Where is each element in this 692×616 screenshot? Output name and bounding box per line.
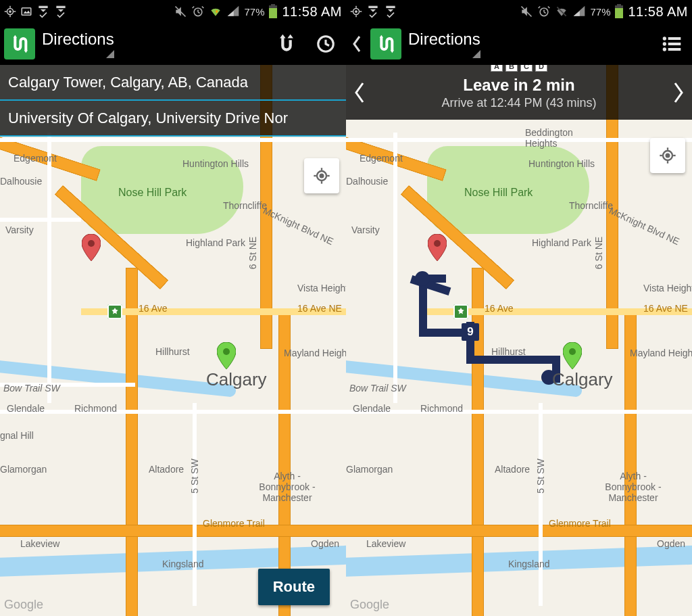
- download-done-icon: [36, 5, 50, 18]
- highway-shield-icon: [453, 304, 468, 319]
- neighborhood-label: Highland Park: [532, 237, 591, 248]
- route-option-tab[interactable]: D: [535, 65, 547, 72]
- road-label: 5 St SW: [535, 458, 546, 493]
- neighborhood-label: Altadore: [149, 464, 184, 475]
- svg-point-1: [9, 11, 11, 12]
- svg-point-33: [355, 11, 357, 12]
- app-bar: Directions: [0, 23, 346, 65]
- app-title: Directions: [42, 30, 114, 49]
- city-label: Calgary: [206, 369, 267, 390]
- route-option-tab[interactable]: A: [491, 65, 503, 72]
- neighborhood-label: Thorncliffe: [569, 200, 613, 211]
- svg-marker-51: [391, 50, 394, 53]
- road-label: Glenmore Trail: [203, 518, 265, 529]
- neighborhood-label: Kingsland: [508, 559, 550, 569]
- road-label: 5 St SW: [189, 458, 200, 493]
- road-label: McKnight Blvd NE: [262, 205, 335, 247]
- battery-icon: [268, 4, 278, 19]
- neighborhood-label: Ogden: [311, 538, 339, 549]
- svg-rect-18: [269, 8, 277, 18]
- map-canvas[interactable]: Nose Hill Park Edgemont Dalhousie Varsit…: [0, 65, 346, 616]
- app-bar: Directions: [346, 23, 692, 65]
- eta-panel: A B C D Leave in 2 min Arrive at 12:44 P…: [346, 65, 692, 120]
- neighborhood-label: Vista Heights: [297, 283, 346, 293]
- battery-percentage: 77%: [244, 6, 264, 18]
- neighborhood-label: Mayland Heights: [630, 348, 692, 358]
- svg-rect-48: [617, 4, 621, 5]
- road-label: 16 Ave NE: [297, 303, 342, 314]
- wifi-off-icon: [555, 5, 568, 18]
- alarm-icon: [191, 5, 205, 18]
- city-label: Calgary: [552, 369, 613, 390]
- destination-pin-icon[interactable]: [82, 234, 101, 261]
- route-option-tab[interactable]: C: [520, 65, 533, 72]
- svg-marker-50: [380, 35, 383, 38]
- route-number-badge: 9: [462, 323, 479, 341]
- svg-line-12: [193, 7, 195, 9]
- neighborhood-label: Dalhousie: [0, 176, 42, 187]
- route-option-tab[interactable]: B: [505, 65, 518, 72]
- svg-line-13: [202, 7, 204, 9]
- neighborhood-label: Lakeview: [20, 538, 59, 549]
- app-title-dropdown[interactable]: Directions: [408, 30, 480, 58]
- destination-input[interactable]: University Of Calgary, University Drive …: [0, 101, 346, 137]
- route-stop-icon: [415, 271, 430, 286]
- destination-pin-icon[interactable]: [428, 234, 447, 261]
- dropdown-triangle-icon: [106, 50, 114, 58]
- my-location-button[interactable]: [650, 138, 685, 173]
- svg-marker-20: [24, 50, 28, 53]
- neighborhood-label: Huntington Hills: [182, 158, 249, 169]
- road: [126, 268, 138, 616]
- origin-pin-icon[interactable]: [217, 342, 236, 369]
- road: [193, 403, 197, 606]
- my-location-button[interactable]: [304, 158, 339, 193]
- wifi-icon: [209, 5, 222, 18]
- signal-icon: [226, 5, 240, 18]
- swap-directions-button[interactable]: [270, 28, 303, 60]
- park-label: Nose Hill Park: [118, 187, 187, 199]
- svg-point-24: [88, 240, 95, 247]
- list-button[interactable]: [656, 28, 688, 60]
- app-logo-icon[interactable]: [370, 28, 401, 60]
- location-crosshair-icon: [4, 5, 16, 18]
- road-label: Bow Trail SW: [3, 383, 60, 394]
- neighborhood-label: Edgemont: [360, 153, 403, 164]
- history-button[interactable]: [310, 28, 342, 60]
- svg-point-54: [663, 42, 666, 45]
- route-button[interactable]: Route: [258, 569, 330, 605]
- app-logo-icon[interactable]: [4, 28, 35, 60]
- neighborhood-label: Alyth - Bonnybrook - Manchester: [596, 471, 670, 503]
- arrive-time-text: Arrive at 12:44 PM (43 mins): [373, 96, 665, 110]
- battery-icon: [614, 4, 624, 19]
- next-route-button[interactable]: [665, 72, 692, 113]
- alarm-icon: [537, 5, 551, 18]
- road: [0, 410, 346, 414]
- status-bar: 77% 11:58 AM: [346, 0, 692, 23]
- origin-input[interactable]: Calgary Tower, Calgary, AB, Canada: [0, 65, 346, 101]
- neighborhood-label: Dalhousie: [346, 176, 388, 187]
- map-canvas[interactable]: Nose Hill Park 9 Edgemont Dalho: [346, 65, 692, 616]
- svg-marker-19: [14, 35, 17, 38]
- origin-pin-icon[interactable]: [563, 342, 582, 369]
- app-title-dropdown[interactable]: Directions: [42, 30, 114, 58]
- gallery-icon: [20, 5, 32, 18]
- road-label: 16 Ave: [485, 303, 514, 314]
- road: [346, 138, 692, 142]
- neighborhood-label: gnal Hill: [0, 430, 34, 441]
- svg-marker-7: [24, 11, 31, 14]
- svg-line-41: [544, 12, 546, 14]
- back-button[interactable]: [350, 34, 364, 53]
- neighborhood-label: Mayland Heights: [284, 348, 346, 358]
- svg-point-27: [320, 174, 324, 178]
- svg-point-59: [569, 348, 576, 355]
- neighborhood-label: Huntington Hills: [528, 158, 595, 169]
- road-label: Glenmore Trail: [549, 518, 611, 529]
- directions-input-panel: Calgary Tower, Calgary, AB, Canada Unive…: [0, 65, 346, 137]
- download-done-icon: [384, 5, 397, 18]
- svg-point-56: [663, 47, 666, 51]
- svg-point-61: [666, 154, 670, 158]
- signal-icon: [572, 5, 586, 18]
- neighborhood-label: Hillhurst: [155, 346, 190, 357]
- prev-route-button[interactable]: [346, 72, 373, 113]
- svg-line-11: [198, 12, 200, 14]
